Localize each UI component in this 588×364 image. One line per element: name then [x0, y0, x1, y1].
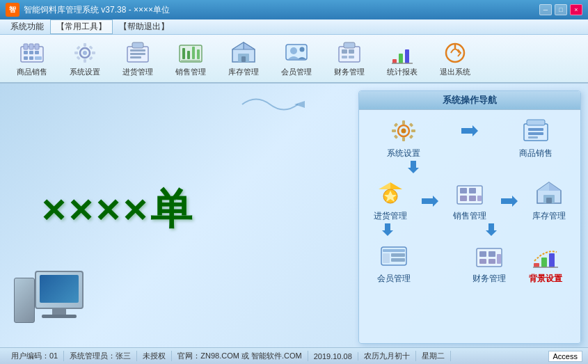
report-icon: [388, 40, 416, 65]
svg-rect-29: [197, 49, 200, 59]
svg-rect-99: [541, 258, 547, 267]
svg-rect-18: [89, 45, 93, 49]
toolbar-finance-label: 财务管理: [334, 67, 365, 77]
toolbar-sale-mgmt-label: 销售管理: [175, 67, 206, 77]
svg-rect-14: [74, 52, 78, 54]
svg-rect-43: [349, 56, 354, 58]
toolbar-sale-mgmt[interactable]: 销售管理: [166, 38, 216, 79]
svg-rect-15: [92, 52, 95, 54]
nav-inventory-icon: [533, 180, 565, 207]
svg-rect-22: [130, 53, 145, 55]
svg-rect-56: [411, 129, 415, 132]
nav-sys-setting[interactable]: 系统设置: [387, 117, 420, 159]
svg-rect-88: [383, 249, 405, 252]
svg-rect-64: [528, 128, 543, 131]
sys-setting-icon: [71, 40, 99, 65]
svg-rect-53: [402, 120, 405, 125]
toolbar-stock-in-label: 进货管理: [122, 67, 153, 77]
minimize-button[interactable]: ─: [539, 4, 552, 15]
nav-goods-sale[interactable]: 商品销售: [519, 117, 553, 159]
svg-rect-40: [342, 49, 347, 54]
svg-rect-66: [528, 136, 538, 139]
down-arrow-3: [486, 223, 497, 238]
inventory-icon: [230, 40, 257, 65]
svg-rect-46: [399, 54, 403, 63]
nav-bg-settings-wrapper: 背景设置: [529, 242, 562, 285]
svg-rect-95: [479, 259, 486, 264]
app-logo: 智: [6, 3, 19, 17]
nav-sale-mgmt[interactable]: 销售管理: [453, 180, 486, 222]
toolbar-goods-sale[interactable]: 商品销售: [7, 38, 57, 79]
svg-rect-84: [546, 198, 552, 203]
svg-rect-90: [391, 253, 405, 257]
svg-rect-58: [408, 134, 413, 139]
svg-rect-91: [391, 258, 405, 262]
nav-bg-settings-label: 背景设置: [529, 273, 562, 285]
svg-marker-68: [390, 182, 402, 189]
svg-rect-78: [477, 196, 482, 201]
arrow-right-1: [461, 125, 478, 136]
svg-rect-28: [192, 47, 195, 59]
close-button[interactable]: ×: [570, 4, 582, 15]
nav-member-label: 会员管理: [377, 273, 411, 285]
nav-sale-mgmt-icon: [454, 180, 486, 207]
window-title: 智能饲料库管理系统 v37.38 - ××××单位: [24, 4, 539, 16]
toolbar-inventory[interactable]: 库存管理: [218, 38, 269, 79]
main-content: ××××单 系统操作导航: [0, 84, 588, 347]
status-official: 官网：ZN98.COM 或 智能软件.COM: [172, 351, 308, 361]
svg-rect-3: [35, 44, 39, 49]
menu-system-functions[interactable]: 系统功能: [4, 19, 50, 34]
spacer-1: [502, 161, 532, 175]
svg-rect-60: [393, 134, 397, 139]
svg-rect-26: [182, 48, 185, 59]
maximize-button[interactable]: □: [555, 4, 567, 15]
menu-common-tools[interactable]: 【常用工具】: [50, 19, 113, 34]
arrow-right-3: [501, 196, 518, 207]
monitor-base: [42, 315, 77, 318]
svg-marker-86: [486, 223, 497, 236]
nav-stock-in-label: 进货管理: [374, 210, 407, 222]
nav-goods-sale-icon: [520, 117, 552, 145]
svg-rect-12: [84, 43, 86, 47]
svg-rect-77: [469, 196, 476, 201]
svg-rect-57: [393, 122, 397, 127]
toolbar-member[interactable]: 会员管理: [271, 38, 321, 79]
svg-marker-72: [422, 196, 438, 207]
toolbar-sys-setting[interactable]: 系统设置: [60, 38, 110, 79]
toolbar-stock-in[interactable]: 进货管理: [113, 38, 163, 79]
svg-rect-6: [35, 51, 39, 54]
nav-goods-sale-label: 商品销售: [519, 148, 553, 159]
nav-bg-settings[interactable]: 背景设置: [529, 242, 562, 285]
svg-rect-21: [130, 49, 145, 52]
status-bar: 用户编码：01 系统管理员：张三 未授权 官网：ZN98.COM 或 智能软件.…: [0, 347, 588, 364]
stock-in-icon: [124, 40, 152, 65]
sale-mgmt-icon: [177, 40, 205, 65]
nav-member[interactable]: 会员管理: [377, 242, 411, 285]
toolbar-report-label: 统计报表: [387, 67, 418, 77]
svg-rect-42: [342, 56, 347, 58]
nav-finance-label: 财务管理: [472, 273, 506, 285]
svg-rect-39: [339, 47, 360, 62]
nav-finance[interactable]: 财务管理: [472, 242, 506, 285]
svg-rect-19: [77, 56, 81, 60]
nav-sale-mgmt-label: 销售管理: [453, 210, 486, 222]
computer-illustration: [14, 271, 90, 333]
nav-stock-in[interactable]: 进货管理: [374, 180, 407, 222]
svg-rect-27: [187, 51, 190, 59]
toolbar-exit[interactable]: 退出系统: [430, 38, 480, 79]
finance-icon: [335, 40, 363, 65]
svg-point-38: [300, 47, 305, 52]
nav-panel: 系统操作导航: [358, 90, 581, 344]
svg-rect-94: [488, 251, 495, 257]
toolbar-report[interactable]: 统计报表: [377, 38, 427, 79]
spacer-2: [424, 223, 454, 238]
company-name-display: ××××单: [42, 182, 195, 238]
nav-inventory[interactable]: 库存管理: [532, 180, 566, 222]
svg-rect-44: [344, 42, 355, 48]
nav-panel-title: 系统操作导航: [359, 91, 580, 110]
menu-help-exit[interactable]: 【帮助退出】: [113, 19, 175, 34]
computer-tower: [14, 278, 35, 323]
toolbar-finance[interactable]: 财务管理: [324, 38, 374, 79]
svg-marker-32: [244, 42, 255, 49]
exit-icon: [441, 40, 469, 65]
